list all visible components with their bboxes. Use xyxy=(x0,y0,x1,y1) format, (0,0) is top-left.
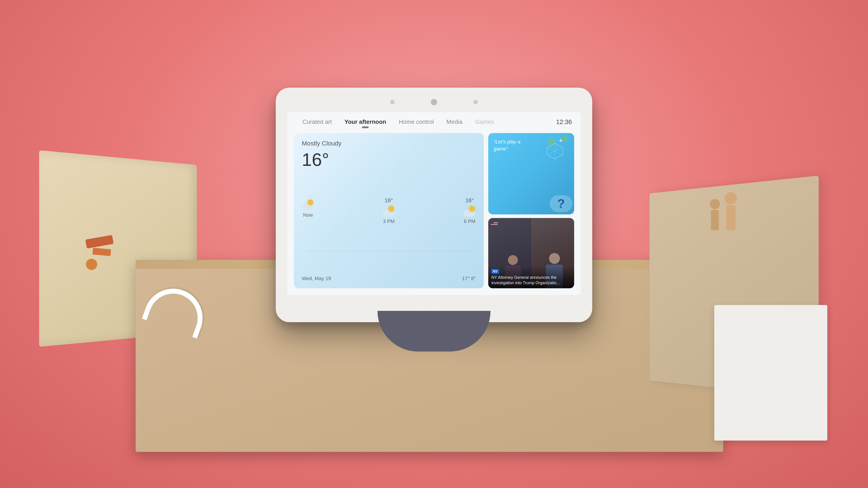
forecast-3pm: 16° 3 PM xyxy=(383,197,395,224)
news-card[interactable]: NY NY Attorney General announces the inv… xyxy=(488,218,574,289)
weather-date: Wed, May 19 xyxy=(302,275,331,282)
weather-high-low: 17° 8° xyxy=(462,275,476,282)
weather-card[interactable]: Mostly Cloudy 16° xyxy=(294,133,484,288)
game-prompt: "Let's play a game" xyxy=(494,138,530,153)
news-source-badge: NY xyxy=(491,269,499,273)
tab-curated-art[interactable]: Curated art xyxy=(296,116,338,128)
weather-date-row: Wed, May 19 17° 8° xyxy=(302,275,476,282)
svg-point-4 xyxy=(551,137,552,138)
tab-your-afternoon[interactable]: Your afternoon xyxy=(338,116,393,128)
tab-home-control[interactable]: Home control xyxy=(393,116,440,128)
nav-bar: Curated art Your afternoon Home control … xyxy=(287,112,581,129)
camera-dot-right xyxy=(473,100,478,104)
us-flag-icon xyxy=(491,222,498,226)
device-screen: Curated art Your afternoon Home control … xyxy=(287,112,581,295)
crystal-icon xyxy=(545,142,565,161)
tab-games[interactable]: Games xyxy=(469,116,500,128)
weather-condition: Mostly Cloudy xyxy=(302,140,476,147)
game-card[interactable]: "Let's play a game" xyxy=(488,133,574,215)
right-column: "Let's play a game" xyxy=(488,133,574,288)
question-bubble: ? xyxy=(550,195,572,212)
weather-temperature: 16° xyxy=(302,149,476,170)
camera-dot-left xyxy=(390,100,395,104)
news-overlay: NY NY Attorney General announces the inv… xyxy=(488,266,574,289)
weather-divider xyxy=(302,251,476,251)
camera-center xyxy=(431,99,437,105)
weather-icon-now xyxy=(302,199,314,210)
weather-forecast: Now 16° 3 PM xyxy=(302,197,476,224)
weather-icon-3pm xyxy=(383,205,395,217)
clock-display: 12:36 xyxy=(556,119,572,126)
news-headline: NY Attorney General announces the invest… xyxy=(491,275,571,286)
weather-icon-6pm xyxy=(463,205,476,217)
tab-media[interactable]: Media xyxy=(440,116,469,128)
forecast-now: Now xyxy=(302,197,314,224)
forecast-6pm: 16° 6 PM xyxy=(463,197,476,224)
